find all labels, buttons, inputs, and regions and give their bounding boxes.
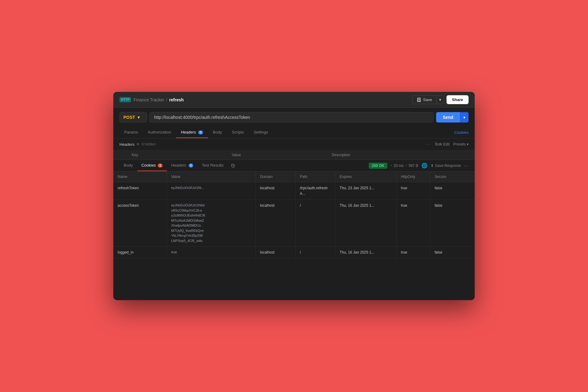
share-label: Share — [452, 97, 463, 102]
cell-httponly-3: true — [397, 247, 430, 258]
app-window: HTTP Finance Tracker / refresh Save ▾ — [113, 92, 475, 300]
breadcrumb: Finance Tracker / refresh — [134, 97, 184, 102]
save-icon-resp: ⬇ — [431, 164, 434, 168]
col-header-secure: Secure — [430, 172, 475, 182]
col-header-httponly: HttpOnly — [397, 172, 430, 182]
svg-rect-2 — [418, 100, 420, 101]
resp-tab-cookies[interactable]: Cookies 3 — [137, 160, 167, 171]
headers-column-row: Key Value Description — [113, 150, 475, 160]
save-group: Save ▾ — [412, 95, 444, 104]
send-dropdown-button[interactable]: ▾ — [460, 112, 469, 123]
save-label: Save — [423, 97, 432, 102]
tab-scripts[interactable]: Scripts — [227, 127, 249, 138]
description-column-header: Description — [332, 153, 368, 157]
response-meta: • 20 ms • 587 B — [390, 164, 418, 168]
resp-tab-headers-label: Headers — [171, 163, 186, 168]
more-options-icon[interactable]: ··· — [464, 163, 469, 168]
cookies-link-label: Cookies — [454, 130, 469, 135]
tab-headers-label: Headers — [181, 130, 196, 134]
resp-tab-test-results-label: Test Results — [202, 163, 224, 168]
col-header-path: Path — [296, 172, 335, 182]
col-header-domain: Domain — [256, 172, 296, 182]
method-chevron-icon: ▾ — [138, 115, 140, 120]
resp-tab-body-label: Body — [124, 163, 133, 168]
cell-secure-1: false — [430, 182, 475, 199]
table-row: refreshToken eyJhbGciOiJIUzI1Ni... local… — [113, 182, 475, 200]
eye-icon: 👁 — [136, 142, 140, 146]
response-time: 20 ms — [394, 164, 404, 168]
top-bar-actions: Save ▾ Share — [412, 95, 469, 104]
presets-chevron: ▾ — [467, 142, 469, 146]
save-response-button[interactable]: ⬇ Save Response — [431, 164, 461, 168]
tab-params-label: Params — [124, 130, 138, 134]
http-icon: HTTP — [119, 97, 131, 102]
tab-authorization[interactable]: Authorization — [143, 127, 176, 138]
table-row: logged_in true localhost / Thu, 16 Jan 2… — [113, 247, 475, 258]
save-button[interactable]: Save — [412, 95, 437, 104]
status-badge: 200 OK — [369, 163, 387, 169]
tab-body-label: Body — [213, 130, 222, 134]
cookies-count-badge: 3 — [158, 164, 163, 168]
value-column-header: Value — [232, 153, 332, 157]
cell-domain-1: localhost — [256, 182, 296, 199]
response-tabs: Body Cookies 3 Headers 9 Test Results 20… — [113, 160, 475, 172]
globe-icon[interactable]: 🌐 — [421, 163, 428, 168]
col-header-value: Value — [167, 172, 256, 182]
col-header-name: Name — [113, 172, 167, 182]
resp-tab-test-results[interactable]: Test Results — [198, 160, 228, 171]
tab-scripts-label: Scripts — [232, 130, 244, 134]
breadcrumb-current: refresh — [169, 97, 183, 102]
hidden-count-label: 9 hidden — [141, 142, 156, 146]
cell-httponly-2: true — [397, 200, 430, 246]
cell-expires-1: Thu, 23 Jan 2025 1... — [335, 182, 397, 199]
tab-headers[interactable]: Headers 9 — [176, 127, 208, 138]
tab-params[interactable]: Params — [119, 127, 143, 138]
cell-domain-2: localhost — [256, 200, 296, 246]
save-dropdown-button[interactable]: ▾ — [437, 95, 444, 104]
headers-count-badge: 9 — [198, 130, 203, 134]
table-header-row: Name Value Domain Path Expires HttpOnly … — [113, 172, 475, 182]
url-input[interactable]: http://localhost:4000/trpc/auth.refreshA… — [149, 112, 434, 123]
dots-icon: ··· — [425, 141, 431, 147]
history-icon[interactable] — [228, 164, 238, 168]
resp-tab-body[interactable]: Body — [119, 160, 137, 171]
tab-authorization-label: Authorization — [148, 130, 171, 134]
tab-settings[interactable]: Settings — [249, 127, 273, 138]
cookies-table: Name Value Domain Path Expires HttpOnly … — [113, 172, 475, 258]
send-button[interactable]: Send — [436, 112, 460, 123]
send-button-group: Send ▾ — [436, 112, 469, 123]
headers-bar: Headers 👁 9 hidden ··· Bulk Edit Presets… — [113, 138, 475, 150]
method-selector[interactable]: POST ▾ — [119, 112, 147, 123]
cookies-link[interactable]: Cookies — [454, 130, 469, 135]
tab-body[interactable]: Body — [208, 127, 227, 138]
cell-value-2: eyJhbGciOiJIUzI1NilsI nR5cCI6IkpXVCJ9.e … — [167, 200, 256, 246]
request-tabs: Params Authorization Headers 9 Body Scri… — [113, 127, 475, 138]
send-chevron-icon: ▾ — [463, 115, 466, 120]
method-label: POST — [123, 115, 135, 120]
cell-name-2: accessToken — [113, 200, 167, 246]
headers-section-label: Headers — [119, 142, 134, 147]
cell-secure-3: false — [430, 247, 475, 258]
save-icon — [417, 98, 421, 102]
url-value: http://localhost:4000/trpc/auth.refreshA… — [154, 115, 250, 120]
presets-label: Presets — [453, 142, 467, 146]
resp-tab-headers[interactable]: Headers 9 — [167, 160, 198, 171]
col-header-expires: Expires — [335, 172, 397, 182]
cell-domain-3: localhost — [256, 247, 296, 258]
cell-path-3: / — [296, 247, 335, 258]
breadcrumb-parent: Finance Tracker — [134, 97, 164, 102]
cell-expires-2: Thu, 16 Jan 2025 1... — [335, 200, 397, 246]
presets-button[interactable]: Presets ▾ — [453, 142, 469, 146]
cell-expires-3: Thu, 16 Jan 2025 1... — [335, 247, 397, 258]
resp-headers-count-badge: 9 — [189, 164, 194, 168]
key-column-header: Key — [132, 153, 232, 157]
share-button[interactable]: Share — [447, 95, 469, 104]
response-status-area: 200 OK • 20 ms • 587 B 🌐 ⬇ Save Response… — [369, 163, 469, 169]
bulk-edit-button[interactable]: Bulk Edit — [435, 142, 450, 146]
cell-name-1: refreshToken — [113, 182, 167, 199]
chevron-down-icon: ▾ — [439, 97, 441, 102]
cell-name-3: logged_in — [113, 247, 167, 258]
response-size: 587 B — [409, 164, 418, 168]
breadcrumb-separator: / — [166, 97, 167, 102]
cell-secure-2: false — [430, 200, 475, 246]
